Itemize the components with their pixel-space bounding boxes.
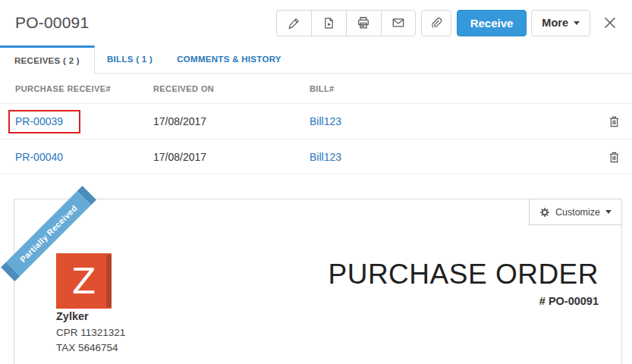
close-button[interactable]: [599, 11, 621, 34]
close-icon: [602, 15, 618, 30]
bill-link[interactable]: Bill123: [310, 115, 341, 127]
caret-down-icon: [605, 210, 612, 214]
more-button-label: More: [542, 17, 568, 29]
page-title: PO-00091: [15, 14, 89, 32]
table-row: PR-00040 17/08/2017 Bill123: [0, 139, 632, 174]
company-tax: TAX 5646754: [56, 340, 125, 356]
company-details: Zylker CPR 11321321 TAX 5646754: [56, 310, 125, 356]
column-header-received-on: RECEIVED ON: [153, 84, 310, 93]
purchase-receive-link[interactable]: PR-00039: [15, 115, 63, 127]
print-icon: [357, 16, 370, 30]
tab-receives[interactable]: RECEIVES ( 2 ): [0, 46, 95, 74]
toolbar-button-group: [276, 10, 416, 36]
attachment-button[interactable]: [421, 10, 451, 36]
customize-button[interactable]: Customize: [529, 199, 622, 225]
bill-link[interactable]: Bill123: [310, 151, 341, 163]
tab-bills[interactable]: BILLS ( 1 ): [95, 46, 165, 73]
company-name: Zylker: [56, 310, 125, 322]
trash-icon: [608, 115, 620, 127]
received-on-value: 17/08/2017: [153, 115, 310, 127]
more-button[interactable]: More: [531, 10, 590, 36]
pdf-icon: [322, 17, 335, 30]
document-heading: PURCHASE ORDER # PO-00091: [329, 260, 599, 307]
tab-comments-history[interactable]: COMMENTS & HISTORY: [165, 46, 294, 73]
edit-button[interactable]: [276, 10, 311, 36]
customize-button-label: Customize: [555, 207, 600, 218]
purchase-receive-link[interactable]: PR-00040: [15, 151, 63, 163]
trash-icon: [608, 151, 620, 163]
email-button[interactable]: [381, 10, 416, 36]
email-icon: [391, 16, 405, 30]
receives-table: PURCHASE RECEIVE# RECEIVED ON BILL# PR-0…: [0, 74, 632, 174]
column-header-bill: BILL#: [310, 84, 588, 93]
attachment-icon: [429, 17, 442, 30]
print-button[interactable]: [346, 10, 381, 36]
company-cpr: CPR 11321321: [56, 325, 125, 340]
document-number: # PO-00091: [329, 295, 599, 307]
page-header: PO-00091: [0, 0, 632, 46]
edit-pencil-icon: [288, 17, 300, 30]
company-logo: Z: [56, 253, 112, 309]
gear-icon: [539, 207, 550, 218]
table-row: PR-00039 17/08/2017 Bill123: [0, 103, 632, 139]
purchase-order-preview: Partially Received Customize Z Zylker CP…: [14, 199, 622, 364]
company-logo-letter: Z: [72, 264, 96, 299]
delete-receive-button[interactable]: [608, 115, 620, 127]
pdf-button[interactable]: [311, 10, 346, 36]
column-header-purchase-receive: PURCHASE RECEIVE#: [0, 84, 153, 93]
delete-receive-button[interactable]: [608, 151, 620, 163]
table-header-row: PURCHASE RECEIVE# RECEIVED ON BILL#: [0, 74, 632, 103]
receive-button[interactable]: Receive: [457, 10, 527, 36]
caret-down-icon: [574, 21, 580, 25]
tab-bar: RECEIVES ( 2 ) BILLS ( 1 ) COMMENTS & HI…: [0, 46, 632, 74]
received-on-value: 17/08/2017: [153, 151, 310, 163]
toolbar: Receive More: [276, 10, 621, 36]
document-title: PURCHASE ORDER: [329, 260, 599, 288]
